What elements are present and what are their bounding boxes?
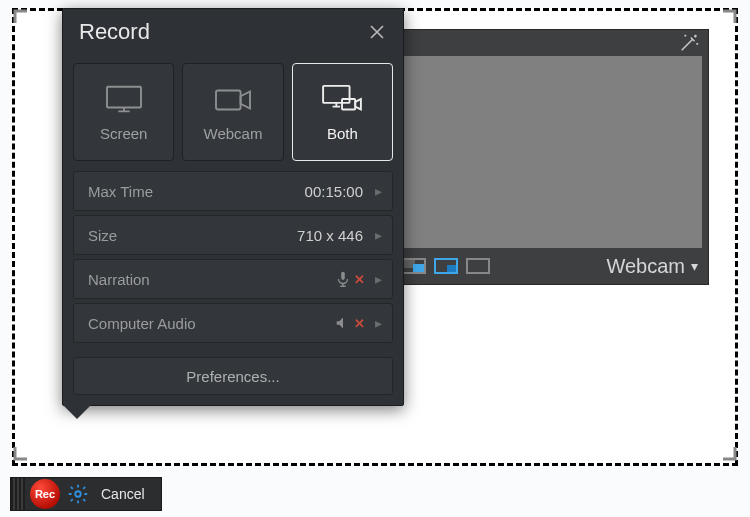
drag-grip-icon[interactable] [11,478,25,510]
size-value: 710 x 446 [297,227,363,244]
chevron-right-icon: ▸ [375,183,382,199]
size-row[interactable]: Size 710 x 446 ▸ [73,215,393,255]
max-time-label: Max Time [88,183,305,200]
preferences-button[interactable]: Preferences... [73,357,393,395]
max-time-row[interactable]: Max Time 00:15:00 ▸ [73,171,393,211]
record-button[interactable]: Rec [27,479,63,509]
preferences-label: Preferences... [186,368,279,385]
popover-title: Record [79,19,150,45]
chevron-right-icon: ▸ [375,227,382,243]
computer-audio-row[interactable]: Computer Audio ✕ ▸ [73,303,393,343]
svg-rect-0 [107,86,141,107]
settings-button[interactable] [63,479,93,509]
close-icon [367,22,387,42]
cancel-label: Cancel [101,486,145,502]
source-webcam-label: Webcam [204,125,263,142]
webcam-icon [210,83,256,117]
source-both-button[interactable]: Both [292,63,393,161]
narration-row[interactable]: Narration ✕ ▸ [73,259,393,299]
capture-toolbar: Rec Cancel [10,477,162,511]
svg-point-5 [75,491,81,497]
record-label: Rec [35,488,55,500]
source-screen-label: Screen [100,125,148,142]
webcam-video-preview [398,56,702,248]
corner-bracket-bl-icon [13,429,45,461]
gear-icon [67,483,89,505]
webcam-source-dropdown[interactable]: Webcam ▾ [606,255,698,278]
size-label: Size [88,227,297,244]
layout-option-pip[interactable] [434,258,458,274]
magic-wand-icon[interactable] [678,32,700,54]
popover-arrow-icon [63,405,91,419]
layout-option-full[interactable] [466,258,490,274]
svg-rect-1 [216,90,241,109]
corner-bracket-tr-icon [705,9,737,41]
narration-label: Narration [88,271,334,288]
screen-icon [101,83,147,117]
close-button[interactable] [367,22,387,42]
webcam-source-label: Webcam [606,255,685,278]
screen-webcam-icon [319,83,365,117]
source-both-label: Both [327,125,358,142]
source-screen-button[interactable]: Screen [73,63,174,161]
chevron-right-icon: ▸ [375,315,382,331]
microphone-icon [334,270,352,288]
record-popover: Record Screen Webcam Both Max Ti [62,8,404,406]
layout-option-overlay[interactable] [402,258,426,274]
corner-bracket-tl-icon [13,9,45,41]
speaker-icon [334,314,352,332]
disabled-x-icon: ✕ [354,272,365,287]
caret-down-icon: ▾ [691,258,698,274]
svg-rect-4 [341,272,345,280]
disabled-x-icon: ✕ [354,316,365,331]
source-webcam-button[interactable]: Webcam [182,63,283,161]
computer-audio-label: Computer Audio [88,315,334,332]
corner-bracket-br-icon [705,429,737,461]
cancel-button[interactable]: Cancel [93,486,153,502]
webcam-preview-panel: Webcam ▾ [391,29,709,285]
svg-rect-2 [323,85,349,102]
max-time-value: 00:15:00 [305,183,363,200]
chevron-right-icon: ▸ [375,271,382,287]
